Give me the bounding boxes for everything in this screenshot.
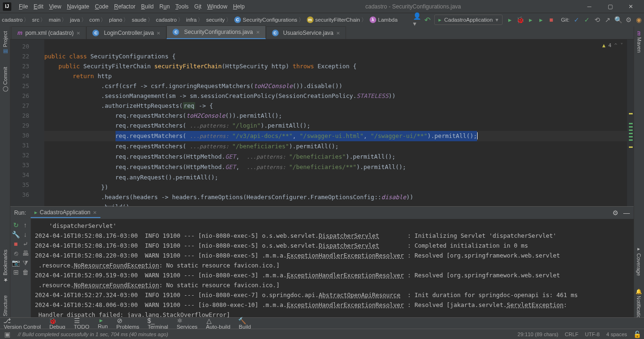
titlebar: IJ File Edit View Navigate Code Refactor… bbox=[0, 0, 644, 13]
crumb[interactable]: plano〉 bbox=[109, 16, 130, 24]
exit-icon[interactable]: ⎋ bbox=[13, 250, 19, 257]
run-button[interactable]: ▸ bbox=[506, 16, 513, 23]
tool-coverage[interactable]: ▸ Coverage bbox=[635, 243, 643, 279]
tool-terminal[interactable]: $_Terminal bbox=[148, 317, 168, 330]
encoding[interactable]: UTF-8 bbox=[585, 331, 600, 337]
close-icon[interactable]: ✕ bbox=[76, 31, 80, 36]
breadcrumb[interactable]: cadastro〉 src〉 main〉 java〉 com〉 plano〉 s… bbox=[2, 16, 397, 24]
menu-tools[interactable]: Tools bbox=[173, 2, 191, 11]
menu-build[interactable]: Build bbox=[138, 2, 157, 11]
git-commit-icon[interactable]: ✓ bbox=[584, 16, 590, 23]
crumb[interactable]: main〉 bbox=[49, 16, 68, 24]
coverage-button[interactable]: ▸ bbox=[527, 16, 534, 23]
debug-button[interactable]: 🐞 bbox=[517, 16, 523, 23]
crumb[interactable]: saude〉 bbox=[132, 16, 154, 24]
camera-icon[interactable]: 📷 bbox=[13, 259, 19, 266]
tool-vcs[interactable]: ⎇Version Control bbox=[4, 317, 41, 330]
crumb[interactable]: cadastro〉 bbox=[156, 16, 184, 24]
tool-bookmarks[interactable]: ★ Bookmarks bbox=[1, 247, 9, 286]
tool-run[interactable]: ▸Run bbox=[98, 317, 108, 330]
user-icon[interactable]: 👤▾ bbox=[413, 16, 420, 23]
run-tool-window: Run: ▸CadastroApplication✕ ⚙ — ↻↑ 🔧↓ ■⤶ … bbox=[10, 206, 634, 327]
stop-icon[interactable]: ■ bbox=[13, 241, 19, 247]
tab-login[interactable]: CLoginController.java✕ bbox=[86, 26, 166, 39]
menu-git[interactable]: Git bbox=[191, 2, 204, 11]
maximize-button[interactable]: ▢ bbox=[600, 0, 620, 13]
close-icon[interactable]: ✕ bbox=[336, 31, 340, 36]
git-update-icon[interactable]: ✓ bbox=[573, 16, 580, 23]
print-icon[interactable]: 🖶 bbox=[22, 250, 29, 257]
line-separator[interactable]: CRLF bbox=[565, 331, 578, 337]
code-area[interactable]: ▲4 ^ ˅public class SecurityConfiguration… bbox=[44, 40, 627, 206]
close-button[interactable]: ✕ bbox=[620, 0, 641, 13]
settings-icon[interactable]: ⚙ bbox=[625, 16, 632, 23]
editor[interactable]: 20 22 23 24 25 26 27 28 29 30 31 32 33 3… bbox=[10, 40, 634, 206]
wrench-icon[interactable]: 🔧 bbox=[13, 231, 19, 238]
down-icon[interactable]: ↓ bbox=[22, 231, 29, 238]
readonly-icon[interactable]: 🔓 bbox=[634, 331, 640, 338]
run-title: Run: bbox=[14, 210, 26, 216]
menu-run[interactable]: Run bbox=[157, 2, 173, 11]
rerun-icon[interactable]: ↻ bbox=[13, 222, 19, 228]
crumb[interactable]: src〉 bbox=[32, 16, 47, 24]
tab-usuario[interactable]: CUsuarioService.java✕ bbox=[266, 26, 347, 39]
search-icon[interactable]: 🔍 bbox=[615, 16, 621, 23]
toolwindows-icon[interactable]: ▣ bbox=[4, 331, 10, 338]
crumb-lambda[interactable]: λLambda bbox=[370, 16, 398, 23]
bottom-tool-tabs: ⎇Version Control 🐞Debug ☰TODO ▸Run ⊘Prob… bbox=[0, 317, 644, 329]
menu-help[interactable]: Help bbox=[230, 2, 248, 11]
window-title: cadastro - SecurityConfigurations.java bbox=[248, 3, 579, 10]
console-output[interactable]: 'dispatcherServlet' 2024-04-16T10:52:08.… bbox=[31, 219, 634, 327]
tool-project[interactable]: ▤ Project bbox=[1, 28, 9, 57]
tab-pom[interactable]: mpom.xml (cadastro)✕ bbox=[11, 26, 86, 39]
tool-commit[interactable]: ◯ Commit bbox=[1, 64, 9, 95]
run-tab[interactable]: ▸CadastroApplication✕ bbox=[31, 208, 100, 218]
git-revert-icon[interactable]: ↗ bbox=[604, 16, 611, 23]
gear-icon[interactable]: ⚙ bbox=[612, 210, 619, 216]
wrap-icon[interactable]: ⤶ bbox=[22, 241, 29, 247]
crumb-method[interactable]: msecurityFilterChain〉 bbox=[307, 16, 368, 24]
menu-navigate[interactable]: Navigate bbox=[64, 2, 92, 11]
profile-button[interactable]: ▸ bbox=[537, 16, 544, 23]
crumb[interactable]: security〉 bbox=[206, 16, 232, 24]
crumb[interactable]: java〉 bbox=[70, 16, 87, 24]
menu-window[interactable]: Window bbox=[204, 2, 230, 11]
menu-view[interactable]: View bbox=[46, 2, 64, 11]
fold-column[interactable] bbox=[37, 40, 44, 206]
error-stripe[interactable] bbox=[627, 40, 634, 206]
tool-todo[interactable]: ☰TODO bbox=[74, 317, 90, 330]
expand-icon[interactable]: ⊞ bbox=[13, 269, 19, 275]
menu-refactor[interactable]: Refactor bbox=[111, 2, 138, 11]
tool-problems[interactable]: ⊘Problems bbox=[116, 317, 140, 330]
tab-security[interactable]: CSecurityConfigurations.java✕ bbox=[166, 25, 265, 39]
back-icon[interactable]: ↶ bbox=[424, 16, 430, 23]
hide-icon[interactable]: — bbox=[623, 210, 630, 216]
editor-tabs: mpom.xml (cadastro)✕ CLoginController.ja… bbox=[0, 26, 644, 40]
trash-icon[interactable]: 🗑 bbox=[22, 269, 29, 275]
tool-autobuild[interactable]: △Auto-build bbox=[206, 317, 231, 330]
close-icon[interactable]: ✕ bbox=[256, 30, 260, 35]
tool-debug[interactable]: 🐞Debug bbox=[50, 317, 66, 330]
crumb[interactable]: com〉 bbox=[90, 16, 107, 24]
crumb[interactable]: infra〉 bbox=[186, 16, 204, 24]
indent[interactable]: 4 spaces bbox=[606, 331, 627, 337]
git-history-icon[interactable]: ⟲ bbox=[594, 16, 601, 23]
menu-code[interactable]: Code bbox=[92, 2, 111, 11]
run-config-selector[interactable]: ▸CadastroApplication▾ bbox=[434, 15, 503, 25]
filter-icon[interactable]: ⧩ bbox=[22, 259, 29, 266]
up-icon[interactable]: ↑ bbox=[22, 222, 29, 228]
stop-button[interactable]: ■ bbox=[548, 16, 554, 23]
cursor-position[interactable]: 29:110 (89 chars) bbox=[518, 331, 558, 337]
close-icon[interactable]: ✕ bbox=[157, 31, 160, 36]
menu-edit[interactable]: Edit bbox=[31, 2, 46, 11]
close-icon[interactable]: ✕ bbox=[93, 210, 97, 215]
tool-maven[interactable]: m Maven bbox=[636, 28, 643, 56]
ide-update-icon[interactable]: ◉ bbox=[636, 16, 642, 23]
crumb[interactable]: cadastro〉 bbox=[2, 16, 30, 24]
crumb-class[interactable]: CSecurityConfigurations〉 bbox=[234, 16, 305, 24]
minimize-button[interactable]: ─ bbox=[579, 0, 600, 13]
tool-services[interactable]: ⚛Services bbox=[177, 317, 198, 330]
tool-build[interactable]: 🔨Build bbox=[239, 317, 251, 330]
menu-file[interactable]: File bbox=[16, 2, 31, 11]
inspection-widget[interactable]: ▲4 ^ ˅ bbox=[603, 40, 624, 50]
